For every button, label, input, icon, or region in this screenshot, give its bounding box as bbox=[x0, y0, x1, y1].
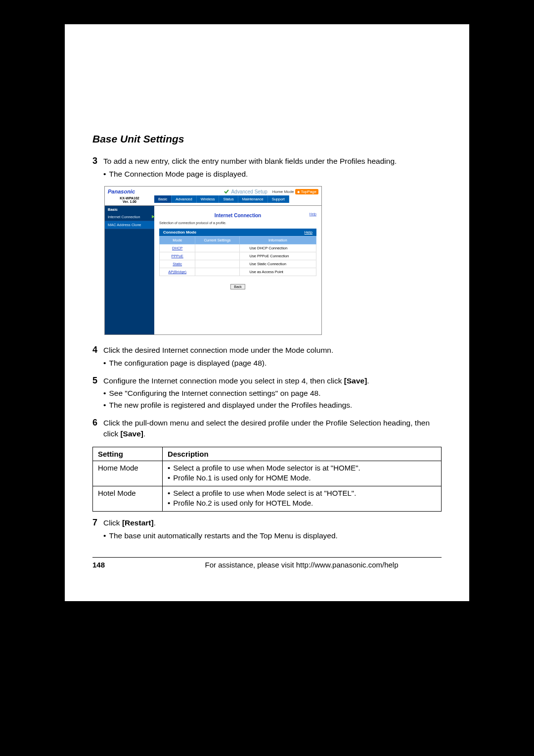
table-row: Home Mode Select a profile to use when M… bbox=[93, 461, 442, 486]
current-settings-cell bbox=[195, 260, 239, 268]
page-footer: 148 For assistance, please visit http://… bbox=[92, 558, 442, 569]
step-text-part: . bbox=[367, 377, 369, 385]
step-text-part: . bbox=[143, 429, 145, 438]
home-mode-label: Home Mode bbox=[272, 189, 294, 194]
current-settings-cell bbox=[195, 252, 239, 260]
tab-status[interactable]: Status bbox=[219, 195, 238, 203]
sidebar-item-label: Internet Connection bbox=[108, 215, 140, 219]
mode-apbridge-link[interactable]: AP(Bridge) bbox=[168, 270, 186, 274]
setting-description: Select a profile to use when Mode select… bbox=[163, 486, 442, 512]
arrow-icon: ▶ bbox=[152, 214, 155, 219]
col-current-settings: Current Settings bbox=[195, 236, 239, 244]
connection-mode-band: Connection Mode Help bbox=[159, 229, 316, 236]
tab-advanced[interactable]: Advanced bbox=[172, 195, 196, 203]
info-cell: Use Static Connection bbox=[239, 260, 316, 268]
info-cell: Use as Access Point bbox=[239, 268, 316, 276]
step-bullet: See "Configuring the Internet connection… bbox=[103, 388, 442, 399]
nav-tabs: Basic Advanced Wireless Status Maintenan… bbox=[154, 195, 321, 203]
step-text-part: Click the pull-down menu and select the … bbox=[103, 419, 430, 438]
table-row: Hotel Mode Select a profile to use when … bbox=[93, 486, 442, 512]
step-text: Configure the Internet connection mode y… bbox=[103, 376, 442, 386]
step-4: 4 Click the desired Internet connection … bbox=[92, 345, 442, 369]
tab-wireless[interactable]: Wireless bbox=[197, 195, 220, 203]
connection-mode-table: Mode Current Settings Information DHCP U… bbox=[159, 236, 316, 276]
step-text: To add a new entry, click the entry numb… bbox=[103, 156, 442, 167]
col-description: Description bbox=[163, 447, 442, 461]
model-number: KX-WPA102 bbox=[120, 196, 139, 200]
step-7: 7 Click [Restart]. The base unit automat… bbox=[92, 518, 442, 542]
restart-label: [Restart] bbox=[122, 519, 154, 527]
help-link[interactable]: Help bbox=[310, 212, 316, 216]
setting-description: Select a profile to use when Mode select… bbox=[163, 461, 442, 486]
check-icon bbox=[224, 189, 229, 194]
panel-subtitle: Selection of connection protocol of a pr… bbox=[159, 221, 316, 225]
table-row: PPPoE Use PPPoE Connection bbox=[160, 252, 316, 260]
current-settings-cell bbox=[195, 268, 239, 276]
connection-mode-screenshot: Panasonic Advanced Setup Home Mode TopPa… bbox=[104, 186, 442, 335]
col-mode: Mode bbox=[160, 236, 195, 244]
step-text-part: . bbox=[154, 519, 156, 527]
sidebar-item-internet-connection[interactable]: Internet Connection ▶ bbox=[105, 213, 154, 221]
setting-name: Home Mode bbox=[93, 461, 163, 486]
page-number: 148 bbox=[92, 561, 162, 569]
mode-static-link[interactable]: Static bbox=[173, 262, 182, 266]
info-cell: Use DHCP Connection bbox=[239, 244, 316, 252]
step-text-part: Click bbox=[103, 519, 122, 527]
advanced-setup-label: Advanced Setup bbox=[231, 189, 267, 194]
step-number: 7 bbox=[92, 518, 103, 542]
mode-dhcp-link[interactable]: DHCP bbox=[172, 246, 182, 250]
back-button[interactable]: Back bbox=[230, 284, 245, 289]
step-bullet: The new profile is registered and displa… bbox=[103, 400, 442, 411]
step-bullet: The configuration page is displayed (pag… bbox=[103, 358, 442, 369]
model-info: KX-WPA102 Ver. 1.00 bbox=[105, 195, 154, 205]
step-text: Click the desired Internet connection mo… bbox=[103, 345, 442, 356]
step-number: 5 bbox=[92, 376, 103, 412]
step-bullet: The base unit automatically restarts and… bbox=[103, 530, 442, 541]
sidebar: Basic Internet Connection ▶ MAC Address … bbox=[105, 206, 154, 334]
step-number: 6 bbox=[92, 418, 103, 441]
band-title: Connection Mode bbox=[163, 230, 196, 235]
step-text-part: Configure the Internet connection mode y… bbox=[103, 377, 344, 385]
table-row: DHCP Use DHCP Connection bbox=[160, 244, 316, 252]
mode-pppoe-link[interactable]: PPPoE bbox=[172, 254, 183, 258]
panel-title: Internet Connection bbox=[159, 213, 316, 218]
current-settings-cell bbox=[195, 244, 239, 252]
step-text: Click the pull-down menu and select the … bbox=[103, 418, 442, 439]
firmware-version: Ver. 1.00 bbox=[123, 200, 136, 203]
manual-page: Base Unit Settings 3 To add a new entry,… bbox=[65, 24, 469, 601]
tab-maintenance[interactable]: Maintenance bbox=[238, 195, 268, 203]
top-page-button[interactable]: TopPage bbox=[295, 189, 318, 194]
band-help-link[interactable]: Help bbox=[305, 230, 312, 235]
step-6: 6 Click the pull-down menu and select th… bbox=[92, 418, 442, 441]
tab-basic[interactable]: Basic bbox=[154, 195, 172, 203]
col-information: Information bbox=[239, 236, 316, 244]
step-number: 4 bbox=[92, 345, 103, 369]
sidebar-heading: Basic bbox=[105, 206, 154, 213]
sidebar-item-mac-address-clone[interactable]: MAC Address Clone bbox=[105, 221, 154, 229]
save-label: [Save] bbox=[344, 377, 367, 385]
desc-item: Select a profile to use when Mode select… bbox=[168, 464, 436, 472]
desc-item: Select a profile to use when Mode select… bbox=[168, 489, 436, 497]
tab-support[interactable]: Support bbox=[268, 195, 289, 203]
step-3: 3 To add a new entry, click the entry nu… bbox=[92, 156, 442, 180]
save-label: [Save] bbox=[120, 429, 143, 438]
step-5: 5 Configure the Internet connection mode… bbox=[92, 376, 442, 412]
col-setting: Setting bbox=[93, 447, 163, 461]
table-row: AP(Bridge) Use as Access Point bbox=[160, 268, 316, 276]
step-number: 3 bbox=[92, 156, 103, 180]
profile-settings-table: Setting Description Home Mode Select a p… bbox=[92, 447, 442, 512]
section-title: Base Unit Settings bbox=[92, 133, 442, 145]
assistance-text: For assistance, please visit http://www.… bbox=[162, 561, 442, 569]
setting-name: Hotel Mode bbox=[93, 486, 163, 512]
desc-item: Profile No.2 is used only for HOTEL Mode… bbox=[168, 499, 436, 507]
step-text: Click [Restart]. bbox=[103, 518, 442, 528]
brand-logo: Panasonic bbox=[108, 189, 135, 194]
table-row: Static Use Static Connection bbox=[160, 260, 316, 268]
desc-item: Profile No.1 is used only for HOME Mode. bbox=[168, 473, 436, 482]
info-cell: Use PPPoE Connection bbox=[239, 252, 316, 260]
step-bullet: The Connection Mode page is displayed. bbox=[103, 169, 442, 180]
